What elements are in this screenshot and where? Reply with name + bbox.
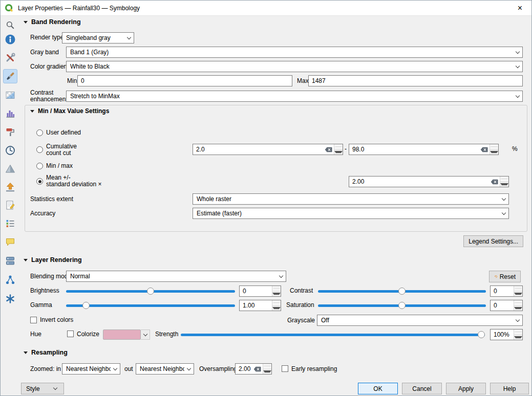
color-gradient-select[interactable]: White to Black — [66, 61, 523, 72]
slider-handle[interactable] — [478, 331, 485, 338]
spin-buttons[interactable] — [514, 329, 522, 340]
contrast-slider[interactable] — [318, 285, 486, 297]
render-type-select[interactable]: Singleband gray — [62, 32, 134, 43]
zoomed-in-select[interactable]: Nearest Neighbour — [62, 363, 120, 375]
colorize-color-button[interactable] — [103, 329, 150, 340]
blending-mode-select[interactable]: Normal — [66, 271, 286, 282]
zoomed-out-select[interactable]: Nearest Neighbour — [136, 363, 194, 375]
cumulative-lower-input[interactable]: 2.0 — [193, 144, 343, 155]
min-input[interactable]: 0 — [77, 75, 292, 86]
sidebar-item-source[interactable] — [3, 51, 17, 65]
mean-stddev-radio[interactable] — [36, 178, 43, 185]
clear-icon[interactable] — [325, 147, 332, 152]
slider-handle[interactable] — [398, 288, 406, 295]
contrast-spinbox[interactable]: 0 — [490, 285, 523, 297]
sidebar-item-information[interactable] — [3, 32, 17, 47]
sidebar-search-button[interactable] — [3, 18, 17, 32]
colorize-checkbox[interactable] — [67, 331, 74, 337]
cumulative-count-cut-radio[interactable] — [36, 146, 43, 153]
spin-down-icon[interactable] — [514, 292, 522, 297]
help-button[interactable]: Help — [490, 383, 529, 394]
spin-up-icon[interactable] — [514, 329, 522, 335]
spin-buttons[interactable] — [490, 144, 498, 155]
spin-up-icon[interactable] — [272, 300, 281, 306]
spin-down-icon[interactable] — [334, 150, 343, 155]
cumulative-upper-input[interactable]: 98.0 — [349, 144, 499, 155]
strength-spinbox[interactable]: 100% — [490, 329, 523, 340]
style-button[interactable]: Style — [21, 383, 64, 394]
spin-down-icon[interactable] — [514, 335, 522, 340]
grayscale-select[interactable]: Off — [317, 315, 523, 326]
legend-settings-button[interactable]: Legend Settings... — [463, 235, 523, 247]
early-resampling-checkbox[interactable] — [282, 365, 288, 372]
invert-colors-checkbox[interactable] — [30, 317, 37, 323]
clear-icon[interactable] — [480, 147, 488, 152]
apply-button[interactable]: Apply — [446, 383, 486, 394]
spin-up-icon[interactable] — [490, 144, 498, 150]
spin-up-icon[interactable] — [514, 286, 522, 292]
sidebar-item-network[interactable] — [3, 273, 17, 287]
spin-buttons[interactable] — [272, 300, 281, 311]
spin-up-icon[interactable] — [334, 144, 343, 150]
brightness-spinbox[interactable]: 0 — [239, 285, 281, 297]
spin-up-icon[interactable] — [500, 177, 508, 182]
user-defined-radio[interactable] — [36, 129, 43, 136]
sidebar-item-rendering[interactable] — [3, 125, 17, 139]
sidebar-item-elevation[interactable] — [3, 180, 17, 194]
sidebar-item-transparency[interactable] — [3, 88, 17, 102]
section-layer-rendering[interactable]: Layer Rendering — [24, 256, 82, 263]
spin-buttons[interactable] — [514, 286, 522, 296]
strength-slider[interactable] — [181, 329, 485, 340]
gamma-spinbox[interactable]: 1.00 — [239, 300, 281, 311]
max-input[interactable]: 1487 — [308, 75, 523, 86]
statistics-extent-select[interactable]: Whole raster — [193, 193, 509, 205]
oversampling-spinbox[interactable]: 2.00 — [235, 363, 272, 375]
sidebar-item-legend[interactable] — [3, 216, 17, 231]
clear-icon[interactable] — [491, 179, 498, 185]
spin-down-icon[interactable] — [514, 306, 522, 311]
contrast-enhancement-select[interactable]: Stretch to MinMax — [66, 91, 523, 102]
spin-down-icon[interactable] — [272, 306, 281, 311]
gamma-slider[interactable] — [66, 300, 235, 311]
sidebar-item-histogram[interactable] — [3, 106, 17, 121]
gray-band-select[interactable]: Band 1 (Gray) — [66, 47, 523, 58]
sidebar-item-metadata[interactable] — [3, 198, 17, 212]
spin-buttons[interactable] — [334, 144, 343, 155]
sidebar-item-symbology[interactable] — [3, 69, 17, 83]
spin-buttons[interactable] — [500, 177, 508, 187]
min-max-radio[interactable] — [36, 163, 43, 169]
section-resampling[interactable]: Resampling — [24, 349, 68, 356]
clear-icon[interactable] — [253, 366, 261, 372]
saturation-spinbox[interactable]: 0 — [490, 300, 523, 311]
spin-buttons[interactable] — [514, 300, 522, 311]
ok-button[interactable]: OK — [358, 383, 398, 394]
spin-down-icon[interactable] — [272, 292, 281, 297]
sidebar-item-plugin[interactable] — [3, 292, 17, 306]
spin-down-icon[interactable] — [500, 182, 508, 187]
sidebar-item-pyramids[interactable] — [3, 162, 17, 176]
mean-stddev-input[interactable]: 2.00 — [349, 176, 509, 187]
chevron-down-icon[interactable] — [141, 329, 150, 340]
spin-up-icon[interactable] — [514, 300, 522, 306]
slider-handle[interactable] — [82, 302, 90, 309]
reset-button[interactable]: Reset — [489, 271, 521, 282]
spin-up-icon[interactable] — [272, 286, 281, 292]
cancel-button[interactable]: Cancel — [402, 383, 442, 394]
saturation-slider[interactable] — [318, 300, 486, 311]
close-icon[interactable]: × — [508, 1, 531, 15]
sidebar-item-display[interactable] — [3, 235, 17, 249]
spin-down-icon[interactable] — [490, 150, 498, 155]
accuracy-select[interactable]: Estimate (faster) — [193, 208, 509, 219]
spin-buttons[interactable] — [272, 286, 281, 296]
spin-down-icon[interactable] — [263, 369, 271, 375]
slider-handle[interactable] — [147, 288, 154, 295]
sidebar-item-temporal[interactable] — [3, 143, 17, 158]
section-minmax-settings[interactable]: Min / Max Value Settings — [30, 107, 109, 115]
spin-up-icon[interactable] — [263, 364, 271, 369]
spin-buttons[interactable] — [263, 364, 271, 374]
brightness-slider[interactable] — [66, 285, 235, 297]
slider-handle[interactable] — [398, 302, 406, 309]
color-swatch[interactable] — [103, 329, 141, 340]
sidebar-item-qgis-server[interactable] — [3, 254, 17, 268]
section-band-rendering[interactable]: Band Rendering — [24, 18, 81, 26]
